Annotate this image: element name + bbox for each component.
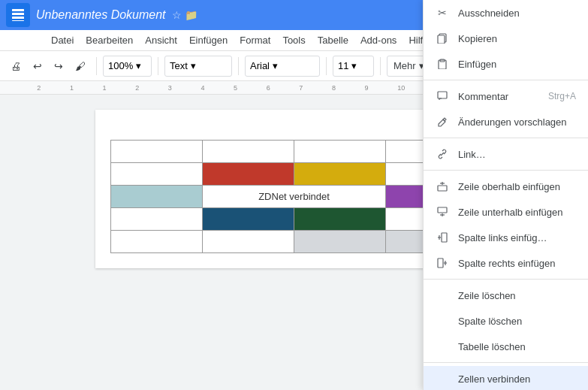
- font-chevron-icon: ▾: [273, 60, 278, 71]
- svg-rect-0: [12, 9, 24, 11]
- ctx-link-label: Link…: [458, 149, 576, 160]
- undo-button[interactable]: ↩: [29, 57, 47, 75]
- divider-5: [424, 362, 588, 363]
- svg-rect-1: [12, 13, 24, 15]
- cell: [202, 141, 294, 163]
- svg-rect-2: [12, 17, 24, 19]
- divider-1: [424, 80, 588, 80]
- cell: [110, 208, 202, 231]
- ctx-zeile-oben[interactable]: Zeile oberhalb einfügen: [424, 174, 588, 199]
- cell-merged: ZDNet verbindet: [202, 186, 386, 208]
- delete-col-icon: [436, 314, 449, 328]
- cell-green-dark: [294, 208, 386, 231]
- paste-icon: [436, 57, 449, 71]
- ctx-ausschneiden-label: Ausschneiden: [458, 8, 576, 19]
- menu-datei[interactable]: Datei: [45, 32, 80, 49]
- cell: [202, 231, 294, 253]
- separator-4: [326, 57, 327, 75]
- ctx-zellen-verbinden-label: Zellen verbinden: [458, 373, 576, 385]
- ctx-tabelle-loeschen[interactable]: Tabelle löschen: [424, 334, 588, 359]
- paint-format-button[interactable]: 🖌: [71, 57, 90, 75]
- star-icon[interactable]: ☆: [172, 9, 182, 21]
- cell: [110, 141, 202, 163]
- ctx-zeile-loeschen[interactable]: Zeile löschen: [424, 283, 588, 308]
- menu-tabelle[interactable]: Tabelle: [312, 32, 354, 49]
- ctx-kopieren[interactable]: Kopieren: [424, 26, 588, 51]
- zoom-value: 100%: [108, 60, 133, 71]
- cell-gray-light: [294, 231, 386, 253]
- cell-teal-light: [110, 186, 202, 208]
- separator-5: [380, 57, 381, 75]
- svg-rect-3: [12, 20, 24, 21]
- ctx-kommentar-label: Kommentar: [458, 91, 539, 102]
- style-chevron-icon: ▾: [191, 60, 196, 71]
- ctx-kommentar-shortcut: Strg+A: [548, 91, 576, 101]
- cell-red: [202, 163, 294, 186]
- cell-teal-dark: [202, 208, 294, 231]
- delete-row-icon: [436, 289, 449, 302]
- ctx-spalte-loeschen-label: Spalte löschen: [458, 316, 576, 327]
- delete-table-icon: [436, 340, 449, 353]
- separator-3: [238, 57, 239, 75]
- col-left-icon: [436, 231, 449, 244]
- menu-format[interactable]: Format: [234, 32, 276, 49]
- svg-rect-15: [442, 233, 447, 242]
- menu-einfuegen[interactable]: Einfügen: [183, 32, 234, 49]
- cell-yellow: [294, 163, 386, 186]
- ctx-spalte-loeschen[interactable]: Spalte löschen: [424, 308, 588, 334]
- style-select[interactable]: Text ▾: [164, 56, 232, 77]
- menu-addons[interactable]: Add-ons: [354, 32, 403, 49]
- svg-rect-18: [438, 258, 443, 268]
- ctx-zellen-verbinden[interactable]: Zellen verbinden: [424, 366, 588, 390]
- font-size-value: 11: [338, 60, 348, 71]
- ctx-aenderungen[interactable]: Änderungen vorschlagen: [424, 109, 588, 135]
- row-below-icon: [436, 205, 449, 219]
- size-chevron-icon: ▾: [351, 60, 357, 71]
- style-value: Text: [170, 60, 188, 71]
- ctx-einfuegen-label: Einfügen: [458, 59, 576, 70]
- ctx-zeile-unten[interactable]: Zeile unterhalb einfügen: [424, 199, 588, 225]
- ctx-spalte-links[interactable]: Spalte links einfüg…: [424, 225, 588, 250]
- redo-button[interactable]: ↪: [50, 57, 68, 75]
- link-icon: [436, 147, 449, 161]
- menu-bearbeiten[interactable]: Bearbeiten: [80, 32, 139, 49]
- cell: [110, 163, 202, 186]
- row-above-icon: [436, 180, 449, 193]
- ctx-spalte-rechts[interactable]: Spalte rechts einfügen: [424, 250, 588, 276]
- divider-3: [424, 170, 588, 171]
- ctx-zeile-unten-label: Zeile unterhalb einfügen: [458, 207, 576, 218]
- zoom-chevron-icon: ▾: [136, 60, 141, 71]
- merged-cell-text: ZDNet verbindet: [258, 191, 330, 202]
- svg-rect-12: [438, 207, 447, 213]
- font-size-select[interactable]: 11 ▾: [333, 56, 374, 77]
- separator-2: [158, 57, 158, 75]
- ctx-kommentar[interactable]: Kommentar Strg+A: [424, 83, 588, 109]
- menu-ansicht[interactable]: Ansicht: [139, 32, 183, 49]
- merge-cells-icon: [436, 372, 449, 385]
- ctx-spalte-links-label: Spalte links einfüg…: [458, 232, 576, 243]
- menu-tools[interactable]: Tools: [276, 32, 311, 49]
- zoom-select[interactable]: 100% ▾: [103, 56, 152, 77]
- svg-rect-9: [438, 186, 447, 191]
- ctx-ausschneiden[interactable]: ✂ Ausschneiden: [424, 0, 588, 26]
- ctx-spalte-rechts-label: Spalte rechts einfügen: [458, 258, 576, 269]
- divider-4: [424, 279, 588, 280]
- folder-icon[interactable]: 📁: [185, 9, 198, 21]
- svg-rect-5: [438, 35, 445, 44]
- ctx-kopieren-label: Kopieren: [458, 33, 576, 44]
- cell: [110, 231, 202, 253]
- ctx-tabelle-loeschen-label: Tabelle löschen: [458, 341, 576, 352]
- print-button[interactable]: 🖨: [6, 57, 26, 75]
- divider-2: [424, 138, 588, 138]
- scissors-icon: ✂: [436, 6, 449, 20]
- ctx-einfuegen[interactable]: Einfügen: [424, 51, 588, 77]
- edit-icon: [436, 115, 449, 128]
- font-value: Arial: [250, 60, 270, 71]
- copy-icon: [436, 32, 449, 45]
- ctx-link[interactable]: Link…: [424, 141, 588, 167]
- cell: [294, 141, 386, 163]
- ctx-zeile-oben-label: Zeile oberhalb einfügen: [458, 181, 576, 192]
- font-select[interactable]: Arial ▾: [245, 56, 320, 77]
- col-right-icon: [436, 256, 449, 270]
- ctx-aenderungen-label: Änderungen vorschlagen: [458, 116, 576, 128]
